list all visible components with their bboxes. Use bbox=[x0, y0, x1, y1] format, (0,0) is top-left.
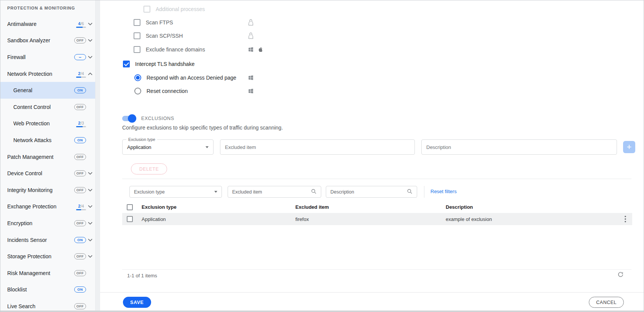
sidebar-item-incidents-sensor[interactable]: Incidents Sensor ON bbox=[0, 232, 95, 248]
excluded-item-field-wrap bbox=[220, 139, 415, 155]
cell-desc: example of exclusion bbox=[446, 216, 492, 222]
save-button[interactable]: SAVE bbox=[123, 297, 151, 308]
chevron-down-icon[interactable] bbox=[88, 22, 92, 26]
setting-row-scan-scp-ssh: Scan SCP/SSH bbox=[122, 29, 396, 43]
chevron-down-icon[interactable] bbox=[88, 56, 92, 59]
delete-button[interactable]: DELETE bbox=[131, 163, 167, 174]
linux-icon bbox=[248, 19, 254, 26]
row-menu-icon[interactable] bbox=[625, 216, 626, 222]
action-bar: SAVE CANCEL bbox=[100, 292, 644, 311]
linux-icon bbox=[248, 32, 254, 40]
checkbox[interactable] bbox=[134, 32, 140, 39]
sidebar-item-exchange-protection[interactable]: Exchange Protection 2/4 bbox=[0, 198, 95, 215]
status-pill: – bbox=[74, 54, 86, 60]
fraction-badge: 4/6 bbox=[76, 20, 86, 28]
sidebar-item-general[interactable]: General ON bbox=[0, 82, 95, 99]
refresh-icon[interactable] bbox=[617, 271, 624, 278]
sidebar-item-antimalware[interactable]: Antimalware 4/6 bbox=[0, 16, 95, 32]
chevron-down-icon[interactable] bbox=[88, 238, 92, 242]
sidebar-item-risk-management[interactable]: Risk Management OFF bbox=[0, 265, 95, 282]
setting-row-exclude-finance-domains: Exclude finance domains bbox=[122, 43, 396, 56]
status-pill: ON bbox=[74, 137, 86, 143]
filter-exclusion-type-select[interactable]: Exclusion type bbox=[129, 186, 222, 198]
exclusions-description: Configure exclusions to skip specific ty… bbox=[122, 125, 283, 131]
column-header-exclusion-type: Exclusion type bbox=[142, 204, 177, 210]
sidebar-item-live-search[interactable]: Live Search OFF bbox=[0, 298, 95, 312]
checkbox[interactable] bbox=[123, 61, 130, 67]
filter-type-placeholder: Exclusion type bbox=[134, 189, 165, 195]
sidebar-item-label: Incidents Sensor bbox=[7, 237, 47, 243]
divider bbox=[122, 269, 631, 270]
filter-excluded-item-input[interactable] bbox=[232, 189, 311, 195]
status-pill: OFF bbox=[74, 104, 86, 110]
cancel-button[interactable]: CANCEL bbox=[589, 297, 624, 308]
reset-filters-link[interactable]: Reset filters bbox=[430, 189, 457, 194]
filter-excluded-item-wrap bbox=[228, 186, 321, 198]
description-input[interactable] bbox=[426, 144, 612, 150]
status-pill: OFF bbox=[74, 220, 86, 226]
status-pill: ON bbox=[74, 286, 86, 293]
os-icons bbox=[248, 88, 254, 94]
checkbox[interactable] bbox=[143, 6, 150, 13]
pagination-status: 1-1 of 1 items bbox=[127, 273, 157, 278]
checkbox[interactable] bbox=[134, 46, 140, 53]
sidebar-item-label: Storage Protection bbox=[7, 253, 51, 259]
cell-item: firefox bbox=[295, 216, 309, 222]
sidebar-item-label: Exchange Protection bbox=[7, 203, 56, 210]
sidebar: PROTECTION & MONITORING Antimalware 4/6 … bbox=[0, 0, 96, 312]
excluded-item-input[interactable] bbox=[225, 144, 410, 150]
checkbox[interactable] bbox=[134, 19, 140, 26]
table-body: Application firefox example of exclusion bbox=[122, 213, 632, 225]
search-icon bbox=[407, 189, 413, 195]
sidebar-item-network-protection[interactable]: Network Protection 2/4 bbox=[0, 66, 95, 82]
setting-row-intercept-tls-handshake: Intercept TLS handshake bbox=[122, 58, 396, 71]
sidebar-nav: Antimalware 4/6 Sandbox Analyzer OFF Fir… bbox=[0, 16, 95, 312]
sidebar-item-network-attacks[interactable]: Network Attacks ON bbox=[0, 132, 95, 149]
chevron-down-icon[interactable] bbox=[88, 189, 92, 192]
sidebar-item-device-control[interactable]: Device Control OFF bbox=[0, 165, 95, 182]
sidebar-item-blocklist[interactable]: Blocklist ON bbox=[0, 282, 95, 298]
exclusions-title: EXCLUSIONS bbox=[141, 116, 174, 121]
os-icons bbox=[248, 75, 254, 81]
exclusions-toggle[interactable] bbox=[122, 116, 135, 121]
chevron-up-icon[interactable] bbox=[88, 72, 92, 75]
toggle-knob bbox=[128, 114, 136, 123]
radio-button[interactable] bbox=[134, 88, 141, 94]
chevron-down-icon[interactable] bbox=[88, 255, 92, 258]
divider bbox=[122, 179, 631, 179]
chevron-down-icon[interactable] bbox=[88, 172, 92, 175]
sidebar-item-firewall[interactable]: Firewall – bbox=[0, 49, 95, 66]
status-pill: OFF bbox=[74, 253, 86, 259]
sidebar-item-encryption[interactable]: Encryption OFF bbox=[0, 215, 95, 232]
status-pill: OFF bbox=[74, 170, 86, 176]
os-icons bbox=[248, 46, 263, 53]
divider bbox=[424, 186, 424, 198]
setting-row-scan-ftps: Scan FTPS bbox=[122, 16, 396, 29]
select-all-checkbox[interactable] bbox=[127, 204, 133, 210]
sidebar-item-integrity-monitoring[interactable]: Integrity Monitoring OFF bbox=[0, 182, 95, 198]
add-exclusion-button[interactable]: + bbox=[623, 141, 635, 153]
chevron-down-icon[interactable] bbox=[88, 222, 92, 225]
sidebar-item-patch-management[interactable]: Patch Management OFF bbox=[0, 149, 95, 165]
windows-icon bbox=[248, 88, 254, 94]
checkbox-label: Intercept TLS handshake bbox=[135, 61, 194, 67]
sidebar-item-web-protection[interactable]: Web Protection 2/3 bbox=[0, 115, 95, 132]
sidebar-item-label: Network Protection bbox=[7, 71, 52, 77]
sidebar-item-storage-protection[interactable]: Storage Protection OFF bbox=[0, 248, 95, 265]
chevron-down-icon[interactable] bbox=[88, 205, 92, 208]
sidebar-item-sandbox-analyzer[interactable]: Sandbox Analyzer OFF bbox=[0, 32, 95, 49]
sidebar-item-label: Firewall bbox=[7, 54, 26, 60]
table-row[interactable]: Application firefox example of exclusion bbox=[122, 213, 632, 225]
fraction-badge: 2/4 bbox=[76, 203, 86, 210]
chevron-down-icon[interactable] bbox=[88, 39, 92, 42]
row-checkbox[interactable] bbox=[127, 216, 133, 222]
exclusion-type-label: Exclusion type bbox=[126, 137, 157, 142]
exclusions-table: Exclusion type Excluded item Description… bbox=[122, 201, 632, 225]
exclusion-type-select[interactable]: Exclusion type Application bbox=[122, 139, 214, 155]
radio-button[interactable] bbox=[134, 74, 141, 81]
setting-row-additional-processes: Additional processes bbox=[122, 2, 396, 16]
filter-description-input[interactable] bbox=[330, 189, 407, 195]
sidebar-item-content-control[interactable]: Content Control OFF bbox=[0, 99, 95, 115]
sidebar-item-label: Patch Management bbox=[7, 154, 53, 160]
search-icon bbox=[311, 189, 317, 195]
